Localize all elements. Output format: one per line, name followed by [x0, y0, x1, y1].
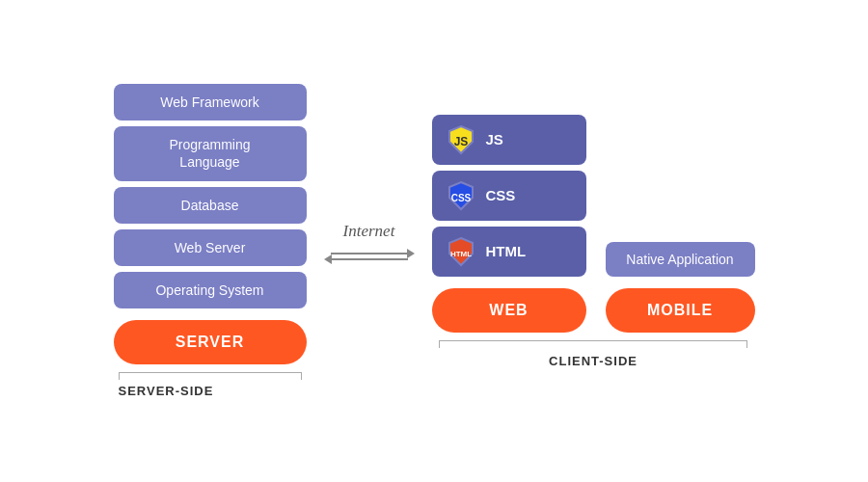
internet-label: Internet — [343, 222, 395, 241]
web-button[interactable]: WEB — [432, 288, 586, 333]
server-button[interactable]: SERVER — [114, 320, 307, 364]
server-column: Web Framework ProgrammingLanguage Databa… — [114, 84, 307, 398]
internet-column: Internet — [307, 222, 432, 260]
web-column: JS JS CSS CSS — [432, 115, 586, 333]
css-icon: CSS — [446, 180, 476, 211]
client-bracket-line — [439, 340, 747, 350]
server-bracket-right — [210, 372, 302, 380]
diagram: Web Framework ProgrammingLanguage Databa… — [0, 0, 868, 482]
css-label: CSS — [486, 187, 516, 203]
operating-system-box: Operating System — [114, 272, 307, 308]
web-server-box: Web Server — [114, 229, 307, 266]
js-box: JS JS — [432, 115, 586, 165]
mobile-column: Native Application MOBILE — [606, 242, 755, 333]
native-application-box: Native Application — [606, 242, 755, 277]
web-stack: JS JS CSS CSS — [432, 115, 586, 277]
js-icon: JS — [446, 124, 476, 155]
css-shield-svg: CSS — [446, 180, 476, 211]
html-box: HTML HTML — [432, 227, 586, 277]
arrow-left-line — [331, 258, 408, 260]
html-shield-svg: HTML — [446, 236, 476, 267]
html-label: HTML — [486, 243, 527, 259]
server-stack: Web Framework ProgrammingLanguage Databa… — [114, 84, 307, 308]
html-icon: HTML — [446, 236, 476, 267]
server-bracket: SERVER-SIDE — [119, 364, 302, 398]
client-bracket-left — [439, 340, 593, 348]
svg-text:CSS: CSS — [450, 193, 471, 203]
arrow-right-line — [331, 253, 408, 254]
programming-language-box: ProgrammingLanguage — [114, 126, 307, 180]
client-side-label: CLIENT-SIDE — [549, 354, 637, 368]
arrow-right — [331, 253, 408, 254]
server-bracket-left — [119, 372, 210, 380]
web-framework-box: Web Framework — [114, 84, 307, 120]
internet-arrows — [331, 253, 408, 260]
svg-text:JS: JS — [453, 135, 468, 148]
client-area: JS JS CSS CSS — [432, 115, 755, 368]
js-shield-svg: JS — [446, 124, 476, 155]
server-bracket-line — [119, 372, 302, 380]
js-label: JS — [486, 131, 503, 147]
client-bracket-right — [593, 340, 747, 348]
arrow-left — [331, 258, 408, 260]
web-mobile-wrap: JS JS CSS CSS — [432, 115, 755, 333]
client-bracket-label: CLIENT-SIDE — [434, 333, 752, 368]
database-box: Database — [114, 187, 307, 224]
server-side-label: SERVER-SIDE — [119, 384, 302, 398]
css-box: CSS CSS — [432, 171, 586, 221]
svg-text:HTML: HTML — [449, 250, 471, 258]
mobile-button[interactable]: MOBILE — [606, 288, 755, 333]
